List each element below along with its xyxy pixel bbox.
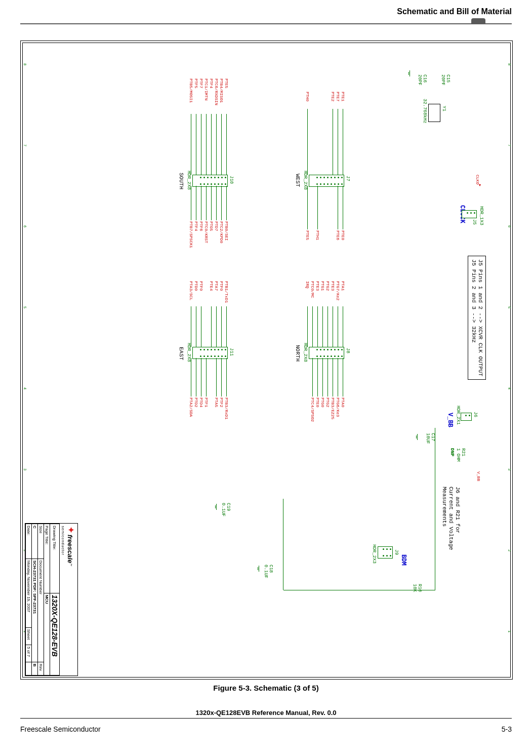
sig-clko: CLKO [475,175,480,184]
sig: PTG0 [320,397,325,407]
wire [206,114,207,175]
sig: PTC6/RXDSIN [214,78,219,105]
val-j6: HDR_2X1 [456,406,461,425]
tb-date: Monday, November 19, 2007 [26,559,32,627]
ref-j9: J9 [394,549,399,555]
tb-pagetitle: MCU [44,593,50,675]
sig: PTA1 [341,281,345,291]
sig: IRQ [305,281,310,288]
header-rule [20,23,512,24]
coord-col: 1 [507,630,511,632]
sig: PTB5/MOSI1 [189,78,193,103]
wire [317,358,318,396]
tb-docnum-label: Document Number [38,559,44,662]
tb-sheet-cur: 5 of 7 [26,645,32,662]
wire [307,306,308,347]
section-header: Schematic and Bill of Material [397,7,512,16]
sig: PTA5 [214,397,219,407]
wire [216,358,217,396]
sig: PTF2 [219,397,224,407]
ref-c19: C19 [226,503,231,511]
wire [343,109,343,175]
sig: PTF4 [194,221,198,231]
ref-j5n: J5 [472,219,477,225]
coord-col: 3 [23,468,27,470]
wire [333,306,333,347]
wire [221,186,222,220]
sig: PTF1 [204,397,209,407]
wire [211,186,212,220]
tb-sheet-label: Sheet [26,627,32,645]
schematic-inner-frame: 8 7 6 5 4 3 2 1 8 7 6 5 4 3 2 1 CLOCK [22,43,511,678]
ref-j8: J8 [345,348,350,353]
connector-j7 [309,175,344,187]
sig: PTE3 [331,281,335,291]
ref-c16: C16 [422,74,427,83]
wire [435,428,435,590]
sig: PTB3/RxD1 [224,397,229,419]
tb-rev-label: Rev [38,662,44,675]
wire [226,306,227,347]
sig: PTF0 [199,281,203,291]
tb-rev: B [32,662,38,675]
wire [333,358,333,396]
wire [317,306,318,347]
wire [206,358,207,396]
sig: PTA7 [214,281,219,291]
sig: PTC0/KRST [204,221,209,243]
wire [338,186,338,229]
dnp-r21: DNP [449,448,455,456]
val-c17: 10UF [425,433,430,444]
val-r21: 1 OHM [456,448,461,462]
figure-caption: Figure 5-3. Schematic (3 of 5) [0,684,532,692]
wire [322,306,323,347]
tb-drawingtitle-label: Drawing Title: [50,524,60,593]
sig: PTE4 [209,281,214,291]
gnd-icon [416,434,418,440]
tb-drawingtitle: 1320X-QE128-EVB [50,593,60,675]
coord-col: 8 [23,63,27,65]
wire [196,114,196,175]
wire [221,306,222,347]
tb-pagetitle-label: Page Title: [44,524,50,593]
sig: PTB0/SEI [224,221,229,241]
sig: PTF0 [219,281,224,291]
connector-j11 [192,347,228,359]
wire [343,186,343,229]
wire [196,358,196,396]
coord-col: 8 [507,63,511,65]
sig: PTH0 [305,92,310,101]
sig: PTE2 [331,92,335,101]
coord-col: 5 [23,306,27,308]
schematic-frame: 8 7 6 5 4 3 2 1 8 7 6 5 4 3 2 1 CLOCK [20,41,513,680]
coord-col: 4 [507,387,511,389]
sig: PTG2 [325,281,330,291]
wire [226,186,227,220]
sig: PTB7/SPSCK1 [189,221,193,248]
wire [201,186,201,220]
sig: PTG1 [320,281,325,291]
wire [201,306,201,347]
val-j9: HDR_2X3 [372,544,377,564]
connector-j6 [461,413,472,421]
connector-j10 [192,175,228,187]
sig: PTF7 [199,78,203,88]
wire [206,186,207,220]
coord-col: 6 [507,225,511,227]
ref-j6: J6 [473,412,478,417]
wire [322,358,323,396]
sig: PTG5 [209,221,214,231]
logo-text: freescale [66,535,74,563]
val-c15: 20PF [440,74,445,86]
footer-vendor: Freescale Semiconductor [20,725,101,733]
wire [312,358,313,396]
note-clk-mux: J5 Pins 1 and 2 --> XCVR CLK OUTPUT J5 P… [468,256,486,380]
sig: PTC1/IMTN [204,78,209,100]
wire [338,306,338,347]
wire [343,306,343,347]
coord-col: 7 [23,144,27,146]
val-y1: 32.768kHz [422,99,427,124]
ref-y1: Y1 [441,106,446,111]
sig: PTA3/SCL [189,281,193,300]
sig: PTE5 [305,230,310,240]
